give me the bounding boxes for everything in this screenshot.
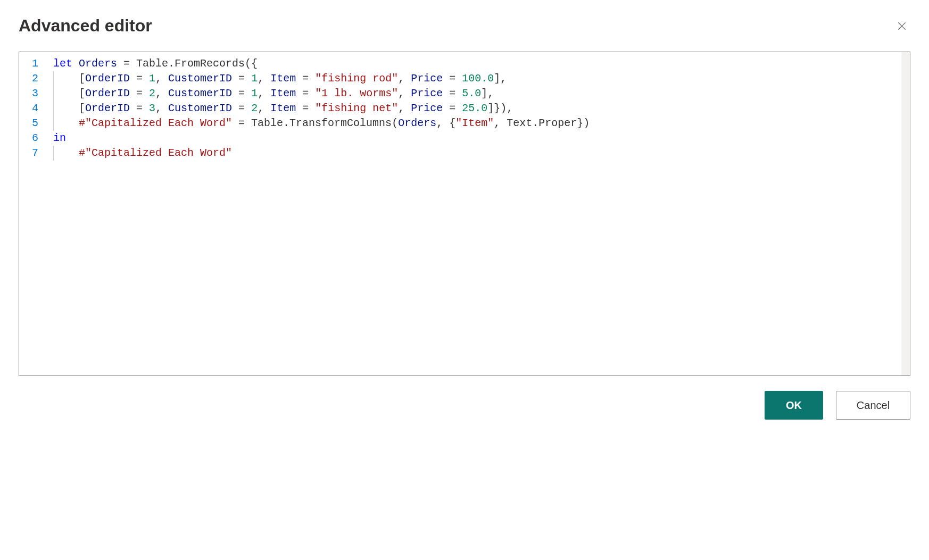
token-num: 100.0 <box>462 72 494 85</box>
token-ident: Orders <box>398 117 436 129</box>
token-num: 25.0 <box>462 102 487 114</box>
token-punct: ], <box>481 87 494 99</box>
code-line[interactable]: [OrderID = 2, CustomerID = 1, Item = "1 … <box>53 86 910 101</box>
close-button[interactable] <box>893 18 910 35</box>
line-number: 1 <box>19 56 46 71</box>
token-punct: , <box>258 72 270 85</box>
token-punct: = <box>296 102 315 114</box>
token-ident: Price <box>411 87 443 99</box>
token-punct: , <box>155 102 168 114</box>
line-number: 2 <box>19 71 46 86</box>
token-str: "fishing net" <box>315 102 398 114</box>
token-num: 2 <box>251 102 258 114</box>
token-punct: = <box>130 72 149 85</box>
token-func: Table.TransformColumns <box>251 117 392 129</box>
token-punct: = <box>443 87 462 99</box>
token-punct: ], <box>494 72 507 85</box>
cancel-button[interactable]: Cancel <box>836 391 910 420</box>
line-number: 3 <box>19 86 46 101</box>
token-punct: = <box>130 102 149 114</box>
dialog-header: Advanced editor <box>19 16 910 36</box>
token-func: Table.FromRecords <box>136 57 245 70</box>
token-punct: = <box>232 117 251 129</box>
token-ident: Price <box>411 102 443 114</box>
token-hashstr: #"Capitalized Each Word" <box>79 117 232 129</box>
token-punct: = <box>232 72 251 85</box>
token-func: Text.Proper <box>507 117 577 129</box>
code-line[interactable]: let Orders = Table.FromRecords({ <box>53 56 910 71</box>
token-str: "Item" <box>455 117 494 129</box>
code-editor[interactable]: 1234567 let Orders = Table.FromRecords({… <box>19 52 910 376</box>
token-ident: Orders <box>79 57 117 70</box>
dialog-title: Advanced editor <box>19 16 152 36</box>
token-punct: [ <box>53 87 85 99</box>
token-punct <box>53 117 79 129</box>
token-punct: = <box>443 72 462 85</box>
token-punct: ]}), <box>487 102 513 114</box>
token-punct: = <box>232 87 251 99</box>
token-punct: , <box>398 102 411 114</box>
token-ident: Item <box>270 102 296 114</box>
scrollbar-vertical[interactable] <box>901 52 910 375</box>
token-punct: ({ <box>245 57 258 70</box>
token-punct: , <box>155 72 168 85</box>
code-line[interactable]: in <box>53 131 910 146</box>
token-kw: in <box>53 132 66 144</box>
token-kw: let <box>53 57 72 70</box>
token-ident: Item <box>270 72 296 85</box>
token-punct: [ <box>53 72 85 85</box>
token-punct: , <box>155 87 168 99</box>
token-punct: = <box>296 72 315 85</box>
token-punct: = <box>130 87 149 99</box>
token-num: 1 <box>149 72 155 85</box>
line-number-gutter: 1234567 <box>19 52 46 375</box>
token-ident: OrderID <box>85 87 130 99</box>
token-num: 5.0 <box>462 87 481 99</box>
token-ident: OrderID <box>85 72 130 85</box>
token-punct: , <box>398 87 411 99</box>
token-hashstr: #"Capitalized Each Word" <box>79 147 232 159</box>
token-punct: ( <box>392 117 398 129</box>
token-num: 3 <box>149 102 155 114</box>
token-num: 1 <box>251 72 258 85</box>
token-punct <box>72 57 79 70</box>
token-ident: CustomerID <box>168 102 232 114</box>
code-line[interactable]: [OrderID = 1, CustomerID = 1, Item = "fi… <box>53 71 910 86</box>
token-punct: }) <box>577 117 590 129</box>
code-area[interactable]: let Orders = Table.FromRecords({ [OrderI… <box>46 52 910 375</box>
token-punct <box>53 147 79 159</box>
token-punct: , { <box>436 117 455 129</box>
token-ident: Item <box>270 87 296 99</box>
code-line[interactable]: #"Capitalized Each Word" = Table.Transfo… <box>53 116 910 131</box>
token-ident: Price <box>411 72 443 85</box>
line-number: 4 <box>19 101 46 116</box>
token-str: "fishing rod" <box>315 72 398 85</box>
line-number: 7 <box>19 146 46 161</box>
token-punct: [ <box>53 102 85 114</box>
line-number: 6 <box>19 131 46 146</box>
dialog-footer: OK Cancel <box>19 391 910 420</box>
token-punct: = <box>296 87 315 99</box>
token-punct: , <box>494 117 507 129</box>
line-number: 5 <box>19 116 46 131</box>
code-line[interactable]: #"Capitalized Each Word" <box>53 146 910 161</box>
code-line[interactable]: [OrderID = 3, CustomerID = 2, Item = "fi… <box>53 101 910 116</box>
token-punct: = <box>117 57 136 70</box>
token-punct: = <box>443 102 462 114</box>
token-num: 2 <box>149 87 155 99</box>
token-ident: OrderID <box>85 102 130 114</box>
close-icon <box>897 21 907 31</box>
token-punct: , <box>258 87 270 99</box>
token-punct: = <box>232 102 251 114</box>
token-ident: CustomerID <box>168 87 232 99</box>
ok-button[interactable]: OK <box>765 391 823 420</box>
token-ident: CustomerID <box>168 72 232 85</box>
token-str: "1 lb. worms" <box>315 87 398 99</box>
token-num: 1 <box>251 87 258 99</box>
token-punct: , <box>398 72 411 85</box>
token-punct: , <box>258 102 270 114</box>
